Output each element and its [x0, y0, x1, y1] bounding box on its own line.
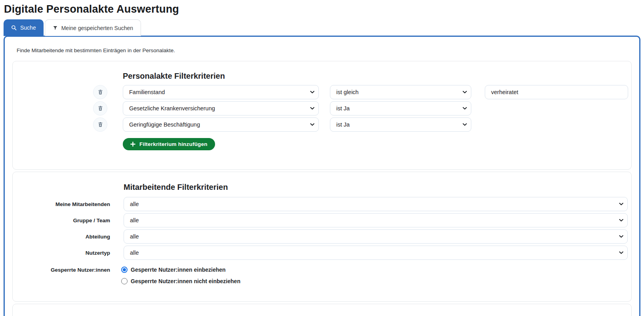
add-filter-button[interactable]: Filterkriterium hinzufügen	[123, 138, 215, 150]
abteilung-label: Abteilung	[13, 234, 110, 240]
personalakte-filter-card: Personalakte Filterkriterien Familiensta…	[12, 61, 632, 170]
actions-card: SUCHE	[12, 304, 632, 316]
gesperrte-nutzer-label: Gesperrte Nutzer:innen	[13, 267, 110, 273]
form-row-nutzertyp: Nutzertyp alle	[13, 246, 631, 260]
form-row-meine-mitarbeitenden: Meine Mitarbeitenden alle	[13, 197, 631, 211]
search-panel: Finde Mitarbeitende mit bestimmten Eintr…	[4, 36, 640, 316]
filter-operator-select[interactable]: ist gleich	[330, 85, 471, 99]
mitarbeitende-filter-card: Mitarbeitende Filterkriterien Meine Mita…	[12, 172, 632, 302]
gruppe-team-label: Gruppe / Team	[13, 218, 110, 223]
form-row-gesperrte-nutzer: Gesperrte Nutzer:innen Gesperrte Nutzer:…	[13, 267, 631, 290]
radio-unselected-icon[interactable]	[121, 278, 128, 284]
filter-row: Familienstand ist gleich	[13, 85, 631, 99]
radio-selected-icon[interactable]	[121, 267, 128, 273]
add-filter-button-label: Filterkriterium hinzufügen	[139, 141, 208, 147]
filter-row: Geringfügige Beschäftigung ist Ja	[13, 117, 631, 132]
tab-suche-label: Suche	[20, 25, 36, 31]
meine-mitarbeitenden-select[interactable]: alle	[124, 197, 628, 211]
tab-suche[interactable]: Suche	[4, 19, 44, 36]
intro-text: Finde Mitarbeitende mit bestimmten Eintr…	[12, 37, 632, 61]
gruppe-team-select[interactable]: alle	[124, 213, 628, 227]
filter-operator-select[interactable]: ist Ja	[330, 101, 471, 115]
filter-field-select[interactable]: Familienstand	[123, 85, 319, 99]
meine-mitarbeitenden-label: Meine Mitarbeitenden	[13, 201, 110, 207]
filter-operator-select[interactable]: ist Ja	[330, 117, 471, 132]
delete-filter-button[interactable]	[93, 101, 107, 115]
filter-value-input[interactable]	[485, 85, 628, 99]
nutzertyp-select[interactable]: alle	[124, 246, 628, 260]
mitarbeitende-filter-heading: Mitarbeitende Filterkriterien	[124, 183, 631, 192]
tab-gespeicherte-suchen[interactable]: Meine gespeicherten Suchen	[45, 19, 141, 36]
plus-icon	[130, 142, 135, 147]
trash-icon	[97, 105, 103, 111]
delete-filter-button[interactable]	[93, 85, 107, 99]
abteilung-select[interactable]: alle	[124, 229, 628, 244]
gesperrte-nutzer-radio-group: Gesperrte Nutzer:innen einbeziehen Gespe…	[121, 267, 240, 290]
personalakte-filter-heading: Personalakte Filterkriterien	[123, 72, 631, 81]
tab-gespeicherte-suchen-label: Meine gespeicherten Suchen	[61, 25, 133, 31]
tab-bar: Suche Meine gespeicherten Suchen	[0, 19, 644, 36]
radio-option-einbeziehen[interactable]: Gesperrte Nutzer:innen einbeziehen	[121, 267, 240, 273]
delete-filter-button[interactable]	[93, 117, 107, 132]
nutzertyp-label: Nutzertyp	[13, 250, 110, 256]
trash-icon	[97, 89, 103, 95]
page-title: Digitale Personalakte Auswertung	[0, 0, 644, 19]
filter-row: Gesetzliche Krankenversicherung ist Ja	[13, 101, 631, 115]
filter-field-select[interactable]: Gesetzliche Krankenversicherung	[123, 101, 319, 115]
filter-icon	[53, 25, 58, 30]
radio-option-nicht-einbeziehen[interactable]: Gesperrte Nutzer:innen nicht einbeziehen	[121, 278, 240, 284]
radio-option-einbeziehen-label[interactable]: Gesperrte Nutzer:innen einbeziehen	[131, 267, 226, 273]
form-row-gruppe-team: Gruppe / Team alle	[13, 213, 631, 227]
filter-field-select[interactable]: Geringfügige Beschäftigung	[123, 117, 319, 132]
form-row-abteilung: Abteilung alle	[13, 229, 631, 244]
trash-icon	[97, 121, 103, 127]
radio-option-nicht-einbeziehen-label[interactable]: Gesperrte Nutzer:innen nicht einbeziehen	[131, 278, 240, 284]
search-icon	[11, 25, 17, 30]
